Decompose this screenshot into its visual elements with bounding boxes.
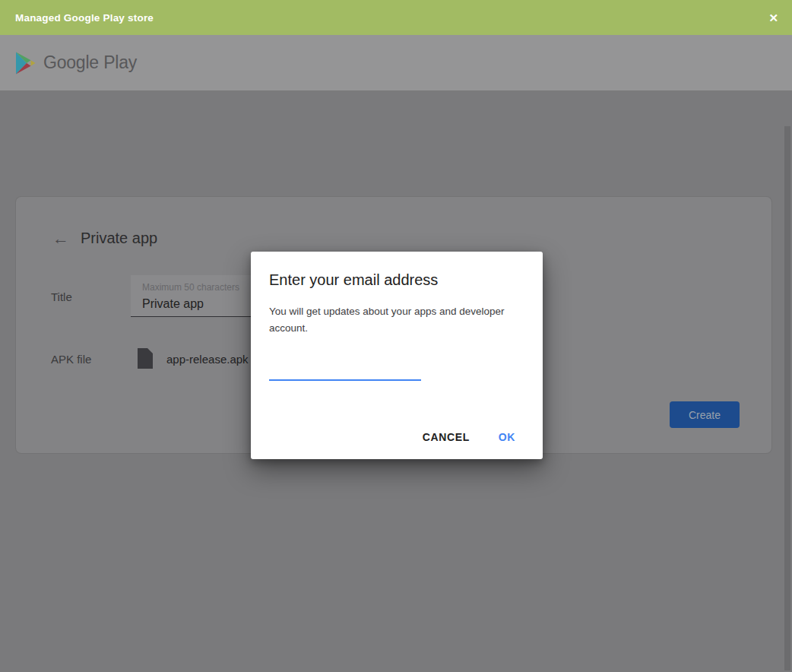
- title-field-label: Title: [51, 290, 72, 303]
- dialog-actions: CANCEL OK: [423, 429, 515, 445]
- back-arrow-icon[interactable]: ←: [51, 230, 71, 247]
- dialog-title: Enter your email address: [269, 271, 438, 289]
- managed-play-window: Managed Google Play store ✕ Google Play …: [0, 0, 792, 672]
- email-input[interactable]: [269, 361, 421, 381]
- scrollbar[interactable]: [784, 126, 790, 670]
- apk-file-name: app-release.apk: [166, 353, 249, 366]
- google-play-header: Google Play: [0, 35, 792, 91]
- close-icon: ✕: [768, 11, 778, 24]
- email-dialog: Enter your email address You will get up…: [251, 252, 543, 459]
- ok-button[interactable]: OK: [499, 429, 515, 445]
- google-play-logo-icon: [15, 52, 36, 74]
- title-input-value: Private app: [142, 297, 204, 311]
- cancel-button[interactable]: CANCEL: [423, 429, 470, 445]
- page-head: ← Private app: [51, 230, 157, 247]
- titlebar: Managed Google Play store ✕: [0, 0, 792, 35]
- dialog-body-text: You will get updates about your apps and…: [269, 303, 527, 337]
- title-input-helper: Maximum 50 characters: [142, 282, 239, 293]
- titlebar-title: Managed Google Play store: [0, 12, 154, 24]
- google-play-wordmark: Google Play: [43, 52, 137, 73]
- apk-field-label: APK file: [51, 353, 91, 366]
- google-play-brand: Google Play: [15, 52, 137, 74]
- apk-file-icon: [137, 348, 154, 369]
- close-button[interactable]: ✕: [762, 9, 784, 27]
- page-title: Private app: [81, 230, 157, 247]
- create-button[interactable]: Create: [670, 401, 740, 428]
